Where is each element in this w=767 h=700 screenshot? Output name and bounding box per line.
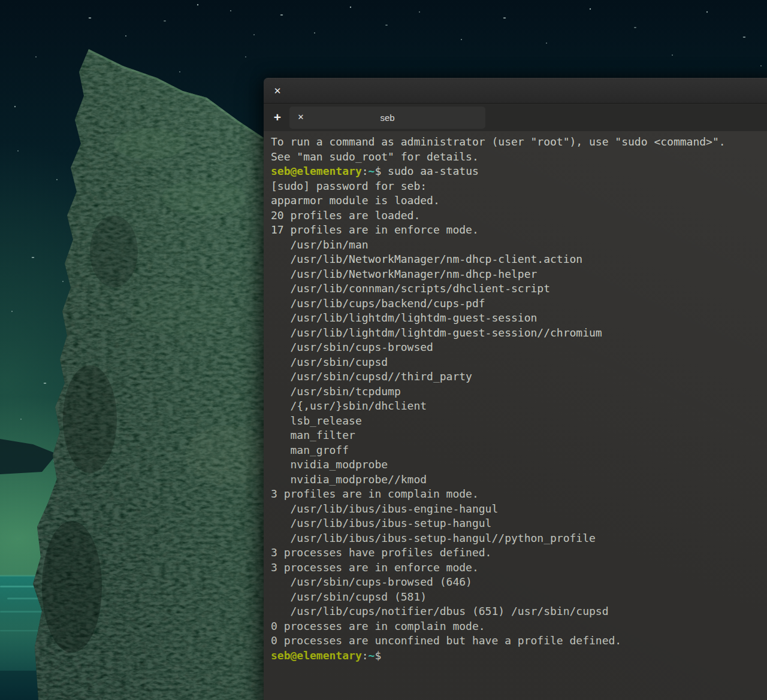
window-titlebar[interactable]: ✕ [264, 78, 767, 104]
new-tab-button[interactable]: + [270, 110, 285, 125]
prompt-separator: : [362, 165, 369, 177]
prompt-symbol: $ [375, 165, 381, 177]
aa-status-output: [sudo] password for seb: apparmor module… [271, 179, 767, 649]
prompt-path: ~ [369, 165, 375, 177]
tab-seb[interactable]: ✕ seb [289, 107, 485, 129]
terminal-output[interactable]: To run a command as administrator (user … [264, 131, 767, 700]
command-text: sudo aa-status [381, 165, 479, 177]
tab-bar: + ✕ seb [264, 104, 767, 131]
cliff [24, 36, 270, 700]
prompt-path: ~ [369, 649, 375, 662]
terminal-window: ✕ + ✕ seb To run a command as administra… [264, 78, 767, 700]
terminal-intro-text: To run a command as administrator (user … [271, 135, 767, 164]
prompt-line-idle: seb@elementary:~$ [271, 649, 767, 663]
tab-label: seb [289, 113, 485, 123]
prompt-symbol: $ [375, 649, 381, 662]
prompt-line-command: seb@elementary:~$ sudo aa-status [271, 164, 767, 179]
prompt-user: seb@elementary [271, 649, 362, 662]
prompt-separator: : [362, 649, 369, 662]
desktop: ✕ + ✕ seb To run a command as administra… [0, 0, 767, 700]
distant-hills [0, 439, 57, 474]
prompt-user: seb@elementary [271, 165, 362, 177]
window-close-button[interactable]: ✕ [271, 84, 284, 98]
tab-close-button[interactable]: ✕ [294, 111, 307, 124]
